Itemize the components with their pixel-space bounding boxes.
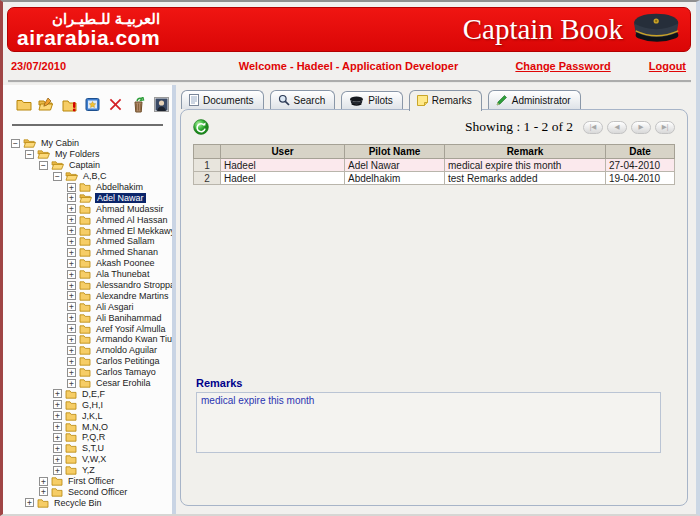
expand-icon[interactable]: + <box>67 204 76 213</box>
next-page-button[interactable]: ▶ <box>631 121 651 134</box>
tree-item-label[interactable]: Alexandre Martins <box>94 291 171 301</box>
tree-item-label[interactable]: P,Q,R <box>80 432 107 442</box>
expand-icon[interactable]: + <box>53 433 62 442</box>
expand-icon[interactable]: + <box>53 466 62 475</box>
expand-icon[interactable]: + <box>67 324 76 333</box>
expand-icon[interactable]: + <box>39 487 48 496</box>
tree-item-label[interactable]: Captain <box>67 160 102 170</box>
tree-item-label[interactable]: Armando Kwan Tiu <box>94 334 174 344</box>
tree-item-label[interactable]: Second Officer <box>66 487 129 497</box>
tree-item-label[interactable]: Ahmed Al Hassan <box>94 215 170 225</box>
tree-item[interactable]: −Captain <box>7 160 172 171</box>
tree-item[interactable]: +Carlos Petitinga <box>7 356 172 367</box>
tree-item[interactable]: +Ala Thunebat <box>7 269 172 280</box>
tree-item[interactable]: +Ahmed Sallam <box>7 236 172 247</box>
tree-item-label[interactable]: Recycle Bin <box>52 498 104 508</box>
tree-item[interactable]: +V,W,X <box>7 454 172 465</box>
tree-item[interactable]: +Recycle Bin <box>7 497 172 508</box>
expand-icon[interactable]: + <box>67 270 76 279</box>
expand-icon[interactable]: + <box>25 498 34 507</box>
collapse-icon[interactable]: − <box>53 172 62 181</box>
tree-item-label[interactable]: V,W,X <box>80 454 108 464</box>
tree-item-label[interactable]: Ahmed El Mekkawy <box>94 226 176 236</box>
expand-icon[interactable]: + <box>67 379 76 388</box>
tree-item-label[interactable]: Adel Nawar <box>95 193 146 203</box>
table-row[interactable]: 2 Hadeel Abdelhakim test Remarks added 1… <box>194 172 675 185</box>
tab-documents[interactable]: Documents <box>181 90 264 109</box>
expand-icon[interactable]: + <box>67 237 76 246</box>
expand-icon[interactable]: + <box>39 477 48 486</box>
collapse-icon[interactable]: − <box>11 139 20 148</box>
expand-icon[interactable]: + <box>53 389 62 398</box>
tree-item-label[interactable]: Ahmed Shanan <box>94 247 160 257</box>
expand-icon[interactable]: + <box>53 400 62 409</box>
recycle-icon[interactable] <box>130 96 147 113</box>
tree-item[interactable]: +D,E,F <box>7 388 172 399</box>
expand-icon[interactable]: + <box>67 346 76 355</box>
tree-item-label[interactable]: Carlos Tamayo <box>94 367 158 377</box>
expand-icon[interactable]: + <box>67 215 76 224</box>
last-page-button[interactable]: ▶| <box>655 121 675 134</box>
tree-item[interactable]: +G,H,I <box>7 399 172 410</box>
tree-item[interactable]: +Ahmed El Mekkawy <box>7 225 172 236</box>
tree-item[interactable]: +Cesar Erohila <box>7 378 172 389</box>
tree-item[interactable]: +Abdelhakim <box>7 182 172 193</box>
expand-icon[interactable]: + <box>67 335 76 344</box>
expand-icon[interactable]: + <box>67 368 76 377</box>
tree-item-label[interactable]: A,B,C <box>81 171 109 181</box>
tree-item[interactable]: +Aref Yosif Almulla <box>7 323 172 334</box>
expand-icon[interactable]: + <box>67 259 76 268</box>
expand-icon[interactable]: + <box>67 281 76 290</box>
tree-item-label[interactable]: D,E,F <box>80 389 107 399</box>
tree-item[interactable]: +First Officer <box>7 476 172 487</box>
expand-icon[interactable]: + <box>53 455 62 464</box>
tree-item[interactable]: +P,Q,R <box>7 432 172 443</box>
expand-icon[interactable]: + <box>67 183 76 192</box>
tree-item[interactable]: +Alessandro Stroppa <box>7 280 172 291</box>
first-page-button[interactable]: |◀ <box>583 121 603 134</box>
logout-link[interactable]: Logout <box>649 60 686 72</box>
change-password-link[interactable]: Change Password <box>515 60 610 72</box>
tree-item-label[interactable]: Ala Thunebat <box>94 269 151 279</box>
tree-item-label[interactable]: Cesar Erohila <box>94 378 153 388</box>
tree-item-label[interactable]: First Officer <box>66 476 116 486</box>
folder-add-icon[interactable] <box>15 96 32 113</box>
folder-alert-icon[interactable] <box>61 96 78 113</box>
tree-item[interactable]: +Arnoldo Aguilar <box>7 345 172 356</box>
tree-item[interactable]: −My Cabin <box>7 138 172 149</box>
expand-icon[interactable]: + <box>53 422 62 431</box>
tab-administrator[interactable]: Administrator <box>488 90 581 109</box>
tree-item-label[interactable]: Akash Poonee <box>94 258 157 268</box>
tree-item[interactable]: +J,K,L <box>7 410 172 421</box>
remark-text-box[interactable]: medical expire this month <box>196 392 661 453</box>
expand-icon[interactable]: + <box>67 193 76 202</box>
tab-search[interactable]: Search <box>270 90 336 109</box>
expand-icon[interactable]: + <box>67 226 76 235</box>
tree-item-label[interactable]: J,K,L <box>80 411 105 421</box>
expand-icon[interactable]: + <box>67 291 76 300</box>
tree-item[interactable]: +Ahmad Mudassir <box>7 203 172 214</box>
expand-icon[interactable]: + <box>53 444 62 453</box>
tree-item-label[interactable]: Arnoldo Aguilar <box>94 345 159 355</box>
tree-item[interactable]: +Armando Kwan Tiu <box>7 334 172 345</box>
tree-item[interactable]: +Y,Z <box>7 465 172 476</box>
table-row[interactable]: 1 Hadeel Adel Nawar medical expire this … <box>194 159 675 172</box>
tree-item-label[interactable]: Ali Banihammad <box>94 313 164 323</box>
tree-item-label[interactable]: My Folders <box>53 149 102 159</box>
tree-item-label[interactable]: Ali Asgari <box>94 302 136 312</box>
collapse-icon[interactable]: − <box>25 150 34 159</box>
expand-icon[interactable]: + <box>67 313 76 322</box>
tree-item[interactable]: +Adel Nawar <box>7 192 172 203</box>
tree-item[interactable]: +Ahmed Al Hassan <box>7 214 172 225</box>
tree-item-label[interactable]: G,H,I <box>80 400 105 410</box>
tree-item-label[interactable]: Alessandro Stroppa <box>94 280 176 290</box>
tree-item[interactable]: +S,T,U <box>7 443 172 454</box>
tree-item[interactable]: +Akash Poonee <box>7 258 172 269</box>
tree-item-label[interactable]: S,T,U <box>80 443 106 453</box>
refresh-button[interactable] <box>193 119 209 135</box>
tree-item-label[interactable]: My Cabin <box>39 138 81 148</box>
tree-item[interactable]: −A,B,C <box>7 171 172 182</box>
delete-icon[interactable] <box>107 96 124 113</box>
tree-item[interactable]: −My Folders <box>7 149 172 160</box>
user-profile-icon[interactable] <box>153 96 170 113</box>
